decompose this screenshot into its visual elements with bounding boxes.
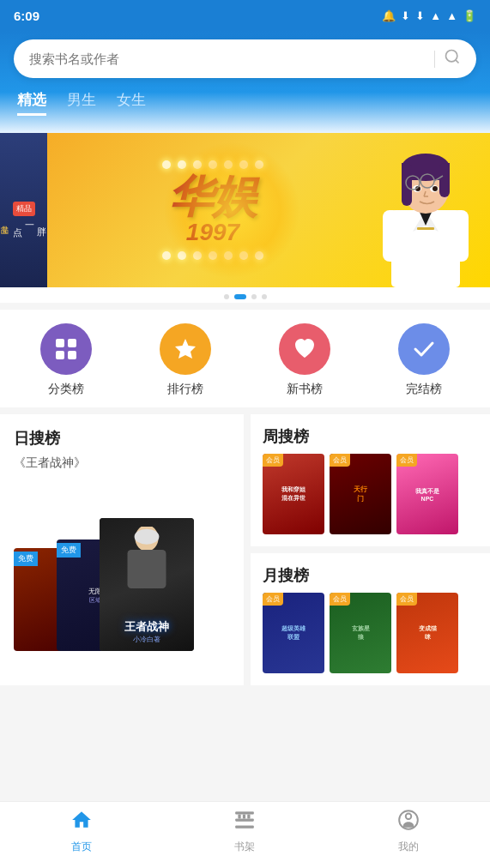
- nav-profile[interactable]: 我的: [327, 809, 490, 854]
- signal-icon: ▲: [446, 9, 457, 22]
- cat-label-wanjie: 完结榜: [406, 382, 442, 397]
- daily-chart-title: 日搜榜: [14, 428, 230, 449]
- cat-label-paihang: 排行榜: [167, 382, 203, 397]
- monthly-books-row: 会员 超级英雄联盟 会员 玄族星狼 会员 变成猫咪: [263, 593, 478, 673]
- nav-shelf-label: 书架: [234, 840, 255, 854]
- dot-1: [224, 294, 229, 299]
- monthly-book-1-badge: 会员: [263, 593, 283, 606]
- nav-home-label: 首页: [71, 840, 92, 854]
- nav-shelf[interactable]: 书架: [163, 809, 326, 854]
- header: 精选 男生 女生: [0, 31, 490, 133]
- weekly-book-3[interactable]: 会员 我真不是NPC: [396, 454, 458, 534]
- svg-rect-32: [236, 818, 255, 821]
- cat-icon-wanjie: [398, 323, 450, 375]
- search-bar[interactable]: [14, 39, 476, 78]
- home-icon: [70, 809, 93, 836]
- shelf-icon: [233, 809, 256, 836]
- banner-glow: [163, 142, 300, 279]
- daily-book-1-badge: 免费: [14, 552, 38, 566]
- banner-dots: [0, 287, 490, 303]
- svg-rect-35: [243, 815, 245, 819]
- svg-rect-12: [439, 163, 450, 197]
- weekly-book-2-badge: 会员: [330, 454, 350, 467]
- banner-section: 精品 胖一点宝品 华娱 1997: [0, 133, 490, 303]
- svg-rect-23: [56, 339, 64, 347]
- cat-paihangbang[interactable]: 排行榜: [126, 323, 245, 397]
- monthly-book-3[interactable]: 会员 变成猫咪: [396, 593, 458, 673]
- svg-point-16: [433, 186, 438, 191]
- daily-book-3-title: 王者战神: [124, 619, 169, 635]
- battery-icon: 🔋: [463, 9, 476, 22]
- daily-book-3[interactable]: 免费 王者战神 小冷白著: [100, 518, 194, 651]
- status-icons: 🔔 ⬇ ⬇ ▲ ▲ 🔋: [382, 9, 476, 22]
- cat-label-fenleibang: 分类榜: [48, 382, 84, 397]
- svg-rect-25: [56, 351, 64, 359]
- cat-icon-paihang: [160, 323, 211, 375]
- svg-line-1: [456, 60, 459, 63]
- monthly-chart: 月搜榜 会员 超级英雄联盟 会员 玄族星狼 会: [251, 553, 490, 685]
- monthly-book-2-badge: 会员: [330, 593, 350, 606]
- cat-fenleibang[interactable]: 分类榜: [7, 323, 126, 397]
- svg-point-30: [135, 529, 160, 545]
- tab-male[interactable]: 男生: [67, 90, 96, 116]
- weekly-book-3-badge: 会员: [396, 454, 417, 467]
- svg-point-0: [446, 51, 457, 62]
- svg-rect-6: [383, 210, 400, 262]
- svg-marker-27: [175, 339, 196, 359]
- category-tabs: 精选 男生 女生: [14, 78, 476, 116]
- weekly-chart: 周搜榜 会员 我和穿姐混在异世 会员 天行门: [251, 414, 490, 546]
- categories-section: 分类榜 排行榜 新书榜 完结榜: [0, 310, 490, 407]
- svg-line-21: [420, 182, 420, 183]
- notification-icon: 🔔: [382, 9, 396, 22]
- banner-character: [370, 142, 481, 287]
- cat-icon-fenleibang: [40, 323, 92, 375]
- search-input[interactable]: [29, 51, 426, 66]
- tab-female[interactable]: 女生: [117, 90, 146, 116]
- tab-featured[interactable]: 精选: [17, 90, 46, 116]
- right-charts: 周搜榜 会员 我和穿姐混在异世 会员 天行门: [251, 414, 490, 685]
- monthly-book-3-badge: 会员: [396, 593, 417, 606]
- cat-wanjie[interactable]: 完结榜: [364, 323, 483, 397]
- svg-rect-31: [236, 811, 255, 814]
- svg-rect-26: [68, 351, 76, 359]
- nav-home[interactable]: 首页: [0, 809, 163, 854]
- bottom-spacer: [0, 685, 490, 754]
- banner-left-badge: 精品: [13, 202, 35, 216]
- weekly-books-row: 会员 我和穿姐混在异世 会员 天行门 会员 我真不是NPC: [263, 454, 478, 534]
- dot-2: [234, 294, 246, 299]
- search-divider: [434, 51, 435, 68]
- status-time: 6:09: [14, 9, 39, 23]
- banner-slider[interactable]: 精品 胖一点宝品 华娱 1997: [0, 133, 490, 287]
- svg-point-38: [406, 813, 412, 819]
- daily-chart: 日搜榜 《王者战神》 免费 炉 免费 无限 区域: [0, 414, 244, 685]
- dot-4: [262, 294, 267, 299]
- cat-icon-xinshu: [279, 323, 330, 375]
- status-bar: 6:09 🔔 ⬇ ⬇ ▲ ▲ 🔋: [0, 0, 490, 31]
- dot-3: [251, 294, 257, 299]
- svg-rect-24: [68, 339, 76, 347]
- svg-rect-5: [417, 227, 434, 230]
- cat-xinshu[interactable]: 新书榜: [245, 323, 365, 397]
- monthly-book-2[interactable]: 会员 玄族星狼: [330, 593, 391, 673]
- banner-slide[interactable]: 精品 胖一点宝品 华娱 1997: [0, 133, 490, 287]
- bottom-nav: 首页 书架 我的: [0, 801, 490, 868]
- search-icon[interactable]: [444, 48, 461, 69]
- nav-profile-label: 我的: [398, 840, 419, 854]
- daily-books-stack[interactable]: 免费 炉 免费 无限 区域 免费: [14, 479, 230, 651]
- cat-label-xinshu: 新书榜: [287, 382, 323, 397]
- svg-rect-33: [236, 826, 255, 829]
- monthly-book-1[interactable]: 会员 超级英雄联盟: [263, 593, 324, 673]
- weekly-book-2[interactable]: 会员 天行门: [330, 454, 391, 534]
- svg-rect-36: [248, 815, 251, 819]
- weekly-book-1[interactable]: 会员 我和穿姐混在异世: [263, 454, 324, 534]
- download1-icon: ⬇: [401, 9, 410, 22]
- daily-book-2-badge: 免费: [57, 543, 81, 558]
- svg-rect-29: [128, 550, 166, 588]
- svg-rect-34: [239, 815, 241, 819]
- banner-left-book: 精品 胖一点宝品: [0, 133, 47, 287]
- profile-icon: [397, 809, 420, 836]
- download2-icon: ⬇: [415, 9, 425, 22]
- monthly-chart-title: 月搜榜: [263, 565, 478, 586]
- daily-top-book: 《王者战神》: [14, 455, 230, 471]
- svg-rect-7: [451, 210, 469, 262]
